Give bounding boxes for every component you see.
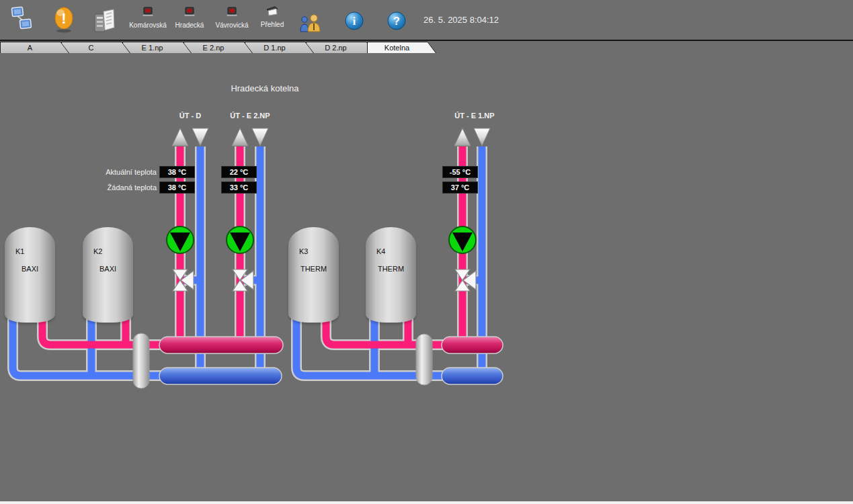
svg-text:!: ! — [61, 10, 66, 27]
tab-kotelna[interactable]: Kotelna — [367, 42, 436, 53]
hydraulic-separator-right — [416, 334, 432, 385]
overview-button-label: Přehled — [249, 21, 296, 28]
tab-e1np[interactable]: E 1.np — [122, 42, 192, 53]
setpoint-temp-ut-e2np[interactable]: 33 °C — [221, 181, 257, 194]
return-down-arrow-3 — [474, 128, 490, 146]
network-icon — [9, 5, 34, 34]
return-manifold-left — [159, 368, 282, 384]
boiler-k1: K1 BAXI — [5, 227, 55, 323]
actual-temp-ut-e2np: 22 °C — [221, 166, 257, 178]
boiler-brand: BAXI — [5, 265, 55, 273]
site-button-label: Hradecká — [166, 22, 213, 29]
site-button-hradecka[interactable]: Hradecká — [166, 7, 213, 29]
boiler-id: K2 — [93, 247, 102, 255]
return-manifold-right — [442, 368, 503, 384]
overview-icon — [266, 5, 279, 16]
boiler-k3: K3 THERM — [288, 227, 339, 323]
circuit-label-ut-e2np: ÚT - E 2.NP — [210, 112, 290, 120]
return-down-arrow-1 — [192, 128, 208, 146]
tab-a[interactable]: A — [0, 42, 69, 53]
boiler-k4: K4 THERM — [366, 227, 416, 323]
help-button[interactable]: ? — [387, 11, 406, 33]
toolbar: ! Komárovská — [0, 0, 853, 41]
svg-text:?: ? — [393, 15, 400, 27]
print-button[interactable] — [91, 6, 117, 38]
hydraulic-separator-left — [133, 333, 149, 388]
supply-up-arrow-1 — [172, 128, 188, 146]
boiler-brand: THERM — [288, 265, 339, 273]
boiler-id: K1 — [15, 247, 24, 255]
supply-up-arrow-2 — [232, 128, 248, 146]
pump-ut-e2np[interactable] — [227, 226, 253, 253]
network-status-button[interactable] — [9, 5, 34, 36]
site-komarovska-icon — [142, 7, 154, 17]
actual-temp-ut-e1np: -55 °C — [442, 166, 478, 178]
boiler-brand: THERM — [366, 265, 416, 273]
alarm-button[interactable]: ! — [54, 7, 75, 36]
pump-ut-d[interactable] — [167, 226, 194, 253]
boiler-brand: BAXI — [83, 265, 133, 273]
supply-manifold-left — [159, 337, 283, 353]
pump-ut-e1np[interactable] — [449, 226, 476, 253]
site-vavrovicka-icon — [226, 7, 238, 17]
tab-d1np[interactable]: D 1.np — [245, 42, 314, 53]
supply-manifold-right — [442, 337, 503, 353]
scada-screen: K1 BAXI K2 BAXI K3 THERM K4 THERM Hradec… — [0, 0, 853, 504]
setpoint-temp-ut-d[interactable]: 38 °C — [159, 181, 195, 194]
tab-c[interactable]: C — [61, 42, 130, 53]
boiler-id: K4 — [376, 247, 385, 255]
actual-temp-label: Aktuální teplota — [69, 168, 157, 176]
info-icon: i — [345, 11, 364, 30]
bottom-edge — [0, 501, 853, 504]
site-button-label: Komárovská — [124, 22, 171, 29]
tab-bar: A C E 1.np E 2.np D 1.np D 2.np Kotelna — [0, 41, 853, 54]
overview-button[interactable]: Přehled — [249, 5, 296, 28]
site-button-komarovska[interactable]: Komárovská — [124, 7, 171, 29]
boiler-id: K3 — [299, 247, 308, 255]
help-icon: ? — [387, 11, 406, 30]
page-title: Hradecká kotelna — [198, 83, 332, 93]
supply-up-arrow-3 — [454, 128, 471, 146]
users-button[interactable] — [299, 14, 322, 35]
tab-d2np[interactable]: D 2.np — [306, 42, 375, 53]
site-hradecka-icon — [184, 7, 196, 17]
clock: 26. 5. 2025 8:04:12 — [423, 15, 499, 25]
users-icon — [299, 14, 322, 32]
setpoint-temp-label: Žádaná teplota — [69, 183, 157, 192]
alarm-icon: ! — [54, 7, 75, 34]
return-down-arrow-2 — [252, 128, 268, 146]
print-icon — [91, 6, 117, 36]
boiler-k2: K2 BAXI — [83, 227, 133, 323]
circuit-label-ut-e1np: ÚT - E 1.NP — [434, 112, 515, 120]
tab-e2np[interactable]: E 2.np — [184, 42, 253, 53]
svg-text:i: i — [353, 15, 356, 27]
info-button[interactable]: i — [345, 11, 364, 33]
setpoint-temp-ut-e1np[interactable]: 37 °C — [442, 181, 478, 194]
actual-temp-ut-d: 38 °C — [159, 166, 195, 178]
